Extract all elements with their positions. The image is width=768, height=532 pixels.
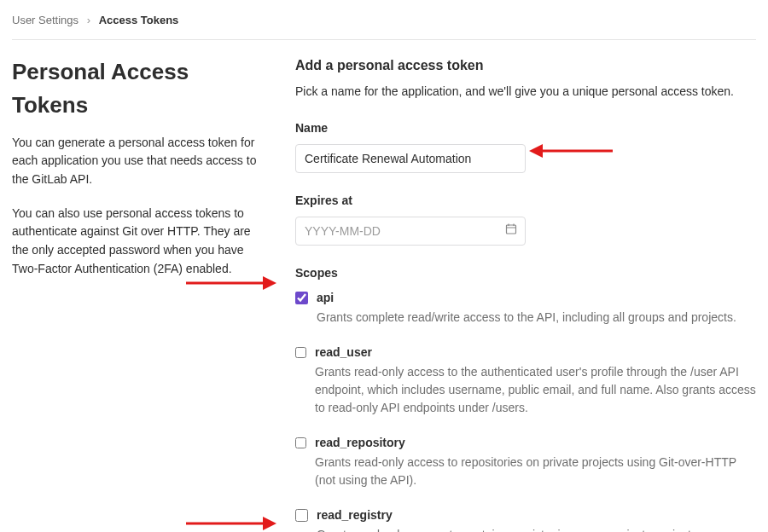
scope-name-read-repository: read_repository [315, 434, 756, 452]
form-column: Add a personal access token Pick a name … [295, 55, 756, 533]
name-group: Name [295, 119, 756, 173]
scope-desc-api: Grants complete read/write access to the… [317, 309, 736, 327]
svg-marker-3 [263, 517, 276, 530]
scope-item-read-registry: read_registry Grants read-only access to… [295, 506, 756, 533]
scope-desc-read-user: Grants read-only access to the authentic… [315, 363, 756, 417]
breadcrumb-parent[interactable]: User Settings [12, 14, 79, 26]
name-label: Name [295, 119, 756, 137]
scopes-label: Scopes [295, 264, 756, 282]
scope-checkbox-api[interactable] [295, 292, 308, 304]
annotation-arrow-to-button [183, 511, 276, 533]
scope-checkbox-read-registry[interactable] [295, 509, 308, 522]
intro-paragraph-2: You can also use personal access tokens … [12, 205, 268, 279]
page-title: Personal Access Tokens [12, 55, 268, 122]
expires-label: Expires at [295, 192, 756, 210]
expires-input[interactable] [295, 217, 526, 246]
scope-name-api: api [317, 289, 736, 307]
breadcrumb-separator: › [87, 14, 90, 26]
svg-marker-5 [529, 144, 543, 158]
form-heading: Add a personal access token [295, 55, 756, 76]
scope-item-read-user: read_user Grants read-only access to the… [295, 344, 756, 417]
scope-checkbox-read-repository[interactable] [295, 437, 306, 449]
breadcrumb-current: Access Tokens [99, 14, 179, 26]
scope-desc-read-registry: Grants read-only access to container reg… [317, 526, 701, 533]
name-input[interactable] [295, 144, 526, 173]
expires-group: Expires at [295, 192, 756, 246]
scope-item-read-repository: read_repository Grants read-only access … [295, 434, 756, 489]
form-subheading: Pick a name for the application, and we'… [295, 83, 756, 101]
scope-item-api: api Grants complete read/write access to… [295, 289, 756, 327]
scope-desc-read-repository: Grants read-only access to repositories … [315, 454, 756, 489]
breadcrumb: User Settings › Access Tokens [12, 12, 756, 40]
annotation-arrow-to-name [529, 138, 614, 164]
intro-paragraph-1: You can generate a personal access token… [12, 134, 268, 189]
scope-checkbox-read-user[interactable] [295, 346, 306, 359]
scopes-group: Scopes api Grants complete read/write ac… [295, 264, 756, 533]
scope-name-read-user: read_user [315, 344, 756, 361]
intro-sidebar: Personal Access Tokens You can generate … [12, 55, 268, 533]
scope-name-read-registry: read_registry [317, 506, 701, 524]
